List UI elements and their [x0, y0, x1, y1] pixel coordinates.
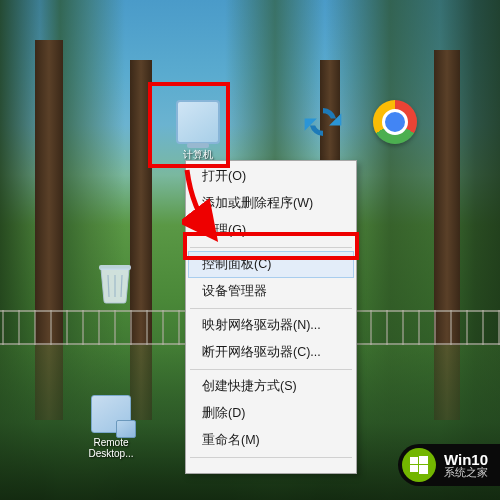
chrome-icon: [373, 100, 417, 144]
svg-rect-3: [410, 465, 418, 472]
svg-rect-0: [99, 265, 131, 270]
refresh-arrows-icon: [301, 100, 345, 144]
menu-item-device-manager[interactable]: 设备管理器: [188, 278, 354, 305]
menu-item-map-network-drive[interactable]: 映射网络驱动器(N)...: [188, 312, 354, 339]
menu-item-disconnect-network-drive[interactable]: 断开网络驱动器(C)...: [188, 339, 354, 366]
menu-item-properties[interactable]: [188, 461, 354, 471]
menu-separator: [190, 457, 352, 458]
menu-item-add-remove-programs[interactable]: 添加或删除程序(W): [188, 190, 354, 217]
recycle-bin-icon: [93, 260, 137, 304]
chrome-desktop-icon[interactable]: [362, 100, 427, 148]
svg-rect-4: [419, 465, 428, 474]
remote-desktop-icon[interactable]: Remote Desktop...: [75, 395, 147, 459]
svg-rect-2: [419, 456, 428, 464]
remote-desktop-label: Remote Desktop...: [75, 437, 147, 459]
watermark-title: Win10: [444, 452, 488, 468]
refresh-desktop-icon[interactable]: [290, 100, 355, 148]
menu-separator: [190, 247, 352, 248]
menu-separator: [190, 369, 352, 370]
menu-separator: [190, 308, 352, 309]
svg-rect-1: [410, 457, 418, 464]
computer-icon: [176, 100, 220, 144]
menu-item-create-shortcut[interactable]: 创建快捷方式(S): [188, 373, 354, 400]
windows-logo-icon: [402, 448, 436, 482]
watermark-subtitle: 系统之家: [444, 467, 488, 478]
computer-context-menu: 打开(O) 添加或删除程序(W) 管理(G) 控制面板(C) 设备管理器 映射网…: [185, 160, 357, 474]
computer-desktop-icon[interactable]: 计算机: [165, 100, 230, 162]
menu-item-control-panel[interactable]: 控制面板(C): [188, 251, 354, 278]
recycle-bin-desktop-icon[interactable]: [82, 260, 147, 308]
menu-item-manage[interactable]: 管理(G): [188, 217, 354, 244]
menu-item-rename[interactable]: 重命名(M): [188, 427, 354, 454]
menu-item-open[interactable]: 打开(O): [188, 163, 354, 190]
menu-item-delete[interactable]: 删除(D): [188, 400, 354, 427]
watermark-badge: Win10 系统之家: [398, 444, 500, 486]
remote-desktop-connection-icon: [91, 395, 131, 433]
